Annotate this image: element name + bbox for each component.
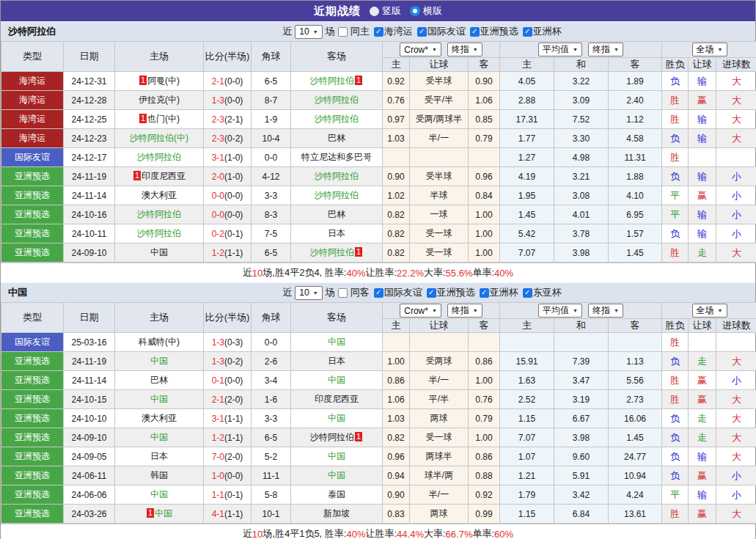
match-score: 1-3(0-0): [204, 91, 252, 110]
corner-count: 10-4: [252, 129, 291, 148]
team-label: 印度尼西亚: [142, 171, 186, 181]
handicap-time-select[interactable]: 终指▼: [447, 43, 482, 56]
result-wdl: 胜: [662, 333, 689, 352]
away-team: 中国: [291, 447, 383, 466]
same-venue-checkbox[interactable]: [338, 27, 348, 37]
summary-segment: 让胜率:: [365, 527, 397, 539]
league-checkbox[interactable]: [374, 27, 383, 37]
odds-source-select[interactable]: Crow*▼: [400, 43, 441, 56]
match-type-badge: 亚洲预选: [1, 371, 64, 390]
summary-segment: 大率:: [424, 266, 446, 279]
league-filter[interactable]: 海湾运: [374, 25, 413, 38]
match-type-badge: 亚洲预选: [1, 352, 64, 371]
red-1-badge: 1: [139, 76, 147, 85]
avg-away-odds: 1.12: [609, 110, 662, 129]
chevron-down-icon: ▼: [432, 308, 437, 313]
result-goals: 小: [716, 371, 756, 390]
result-goals: 大: [716, 390, 756, 409]
away-team: 中国: [291, 409, 383, 428]
match-score: 2-0(1-0): [204, 167, 252, 186]
result-group-header: 全场▼: [662, 303, 756, 319]
avg-draw-odds: 6.84: [554, 505, 609, 524]
radio-unchecked-icon[interactable]: [370, 7, 379, 16]
league-filter[interactable]: 亚洲预选: [470, 25, 518, 38]
avg-home-odds: 4.05: [500, 72, 554, 91]
match-row: 亚洲预选 24-11-14 巴林 0-1(0-0) 3-4 中国 0.86 半/…: [1, 371, 756, 390]
league-filter[interactable]: 国际友谊: [374, 286, 422, 299]
match-type-badge: 国际友谊: [1, 333, 64, 352]
handicap-home-odds: 0.94: [383, 466, 410, 485]
avg-draw-odds: 9.60: [554, 447, 609, 466]
result-handicap: 输: [689, 485, 716, 505]
match-row: 海湾运 24-12-28 伊拉克(中) 1-3(0-0) 8-7 沙特阿拉伯 0…: [1, 91, 756, 110]
result-goals: 大: [716, 72, 756, 91]
league-checkbox[interactable]: [374, 288, 383, 298]
handicap-line: 两球: [410, 409, 469, 428]
avg-away-odds: 2.73: [609, 390, 662, 409]
average-select[interactable]: 平均值▼: [538, 43, 582, 56]
summary-segment: 66.7%: [446, 529, 473, 539]
odds-source-select[interactable]: Crow*▼: [400, 304, 441, 318]
league-checkbox[interactable]: [523, 27, 532, 37]
league-checkbox[interactable]: [417, 27, 427, 37]
match-date: 24-12-28: [64, 91, 115, 110]
average-time-select[interactable]: 终指▼: [588, 43, 623, 56]
matches-label: 场: [326, 286, 335, 299]
avg-home-odds: 1.21: [500, 466, 554, 485]
avg-away-odds: 4.10: [609, 186, 662, 205]
col-type: 类型: [1, 42, 64, 72]
league-checkbox[interactable]: [523, 288, 532, 298]
same-venue-checkbox[interactable]: [338, 288, 348, 298]
period-select[interactable]: 全场▼: [692, 43, 727, 56]
match-score: 0-2(0-1): [204, 224, 252, 243]
home-team: 1印度尼西亚: [115, 167, 204, 186]
match-count-select[interactable]: 10 ▼: [295, 286, 322, 300]
league-filter[interactable]: 亚洲杯: [523, 25, 562, 38]
match-count-select[interactable]: 10 ▼: [295, 25, 322, 39]
match-score: 2-1(0-0): [204, 72, 252, 91]
league-filter[interactable]: 国际友谊: [417, 25, 466, 38]
handicap-away-odds: [469, 333, 500, 352]
average-select[interactable]: 平均值▼: [538, 304, 582, 318]
avg-draw-odds: 6.67: [554, 409, 609, 428]
handicap-home-odds: 0.92: [383, 72, 410, 91]
league-filters: 国际友谊亚洲预选亚洲杯东亚杯: [374, 286, 562, 299]
corner-count: 0-0: [252, 333, 291, 352]
result-wdl: 负: [662, 129, 689, 148]
period-select[interactable]: 全场▼: [692, 304, 727, 318]
col-score: 比分(半场): [204, 42, 252, 72]
handicap-time-select[interactable]: 终指▼: [447, 304, 482, 318]
layout-vertical-option[interactable]: 竖版: [370, 4, 401, 18]
league-filter[interactable]: 东亚杯: [523, 286, 562, 299]
league-filter[interactable]: 亚洲杯: [480, 286, 518, 299]
result-goals: 小: [716, 224, 756, 243]
handicap-line: 球半/两: [410, 466, 469, 485]
league-checkbox[interactable]: [470, 27, 480, 37]
avg-home-odds: 1.27: [500, 148, 554, 167]
match-date: 24-09-10: [64, 243, 115, 263]
sub-col-avg-home: 主: [500, 58, 554, 72]
league-checkbox[interactable]: [427, 288, 436, 298]
handicap-line: 两球半: [410, 447, 469, 466]
avg-away-odds: 1.45: [609, 428, 662, 447]
league-filter[interactable]: 亚洲预选: [427, 286, 475, 299]
team-label: 泰国: [328, 489, 345, 499]
match-type-badge: 亚洲预选: [1, 409, 64, 428]
handicap-away-odds: 0.96: [469, 167, 500, 186]
league-label: 亚洲杯: [533, 25, 562, 38]
page-title: 近期战绩: [314, 4, 361, 18]
away-team: 日本: [291, 352, 383, 371]
result-wdl: 平: [662, 205, 689, 224]
home-team: 1中国: [115, 505, 204, 524]
handicap-line: 受两球: [410, 352, 469, 371]
average-time-select[interactable]: 终指▼: [588, 304, 623, 318]
radio-checked-icon[interactable]: [410, 6, 420, 16]
corner-count: 1-9: [252, 110, 291, 129]
sub-col-goals: 进球数: [716, 58, 756, 72]
match-score: 7-0(2-0): [204, 447, 252, 466]
home-team: 伊拉克(中): [115, 91, 204, 110]
layout-horizontal-option[interactable]: 横版: [410, 4, 442, 18]
league-checkbox[interactable]: [480, 288, 489, 298]
team-label: 巴林: [328, 209, 345, 219]
match-score: 0-1(0-0): [204, 371, 252, 390]
